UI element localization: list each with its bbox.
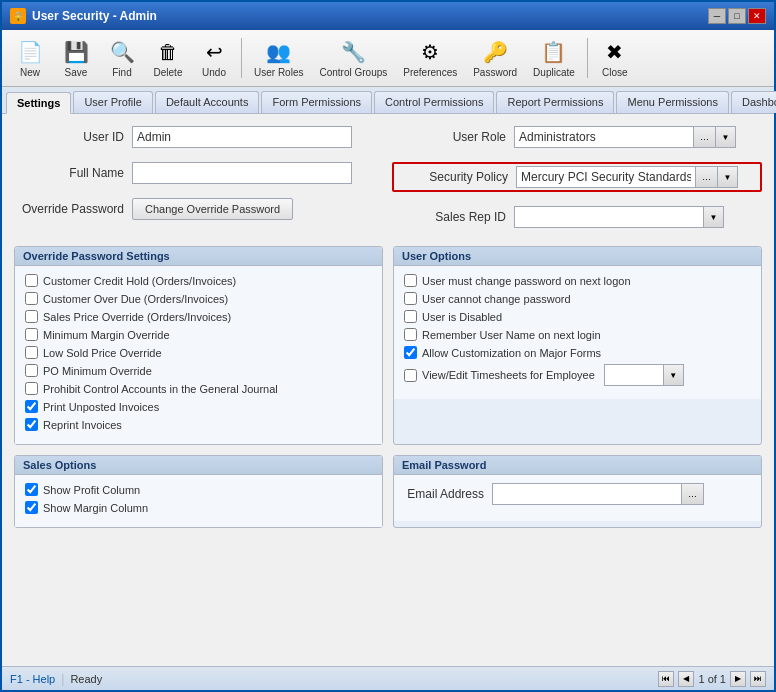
toolbar-password-button[interactable]: 🔑 Password: [466, 34, 524, 82]
sales-price-label: Sales Price Override (Orders/Invoices): [43, 311, 231, 323]
sales-rep-id-field-wrap: ▼: [514, 206, 724, 228]
timesheets-input[interactable]: [604, 364, 664, 386]
sales-price-checkbox[interactable]: [25, 310, 38, 323]
change-pwd-next-label: User must change password on next logon: [422, 275, 631, 287]
user-id-label: User ID: [14, 130, 124, 144]
security-policy-input[interactable]: [516, 166, 696, 188]
nav-prev-button[interactable]: ◀: [678, 671, 694, 687]
content-area: User ID Full Name Override Password Chan…: [2, 114, 774, 666]
email-address-label: Email Address: [404, 487, 484, 501]
new-label: New: [20, 67, 40, 78]
reprint-invoices-label: Reprint Invoices: [43, 419, 122, 431]
tab-default-accounts[interactable]: Default Accounts: [155, 91, 260, 113]
show-margin-checkbox[interactable]: [25, 501, 38, 514]
sales-rep-id-dropdown-button[interactable]: ▼: [704, 206, 724, 228]
print-unposted-checkbox[interactable]: [25, 400, 38, 413]
user-options-panel-content: User must change password on next logon …: [394, 266, 761, 399]
tab-report-permissions[interactable]: Report Permissions: [496, 91, 614, 113]
tab-settings[interactable]: Settings: [6, 92, 71, 114]
timesheets-dropdown-button[interactable]: ▼: [664, 364, 684, 386]
toolbar-close-button[interactable]: ✖ Close: [593, 34, 637, 82]
security-policy-browse-button[interactable]: …: [696, 166, 718, 188]
title-controls: ─ □ ✕: [708, 8, 766, 24]
find-icon: 🔍: [108, 38, 136, 66]
sales-rep-id-input[interactable]: [514, 206, 704, 228]
email-address-row: Email Address …: [404, 483, 751, 505]
toolbar: 📄 New 💾 Save 🔍 Find 🗑 Delete ↩ Undo 👥 Us…: [2, 30, 774, 87]
allow-customization-checkbox[interactable]: [404, 346, 417, 359]
toolbar-user-roles-button[interactable]: 👥 User Roles: [247, 34, 310, 82]
security-policy-label: Security Policy: [398, 170, 508, 184]
po-minimum-checkbox[interactable]: [25, 364, 38, 377]
window-close-button[interactable]: ✕: [748, 8, 766, 24]
checkbox-po-minimum: PO Minimum Override: [25, 364, 372, 377]
email-address-input[interactable]: [492, 483, 682, 505]
timesheets-dropdown-wrap: ▼: [604, 364, 684, 386]
cannot-change-pwd-checkbox[interactable]: [404, 292, 417, 305]
help-link[interactable]: F1 - Help: [10, 673, 55, 685]
po-minimum-label: PO Minimum Override: [43, 365, 152, 377]
nav-next-button[interactable]: ▶: [730, 671, 746, 687]
prohibit-control-label: Prohibit Control Accounts in the General…: [43, 383, 278, 395]
find-label: Find: [112, 67, 131, 78]
email-address-browse-button[interactable]: …: [682, 483, 704, 505]
remember-username-checkbox[interactable]: [404, 328, 417, 341]
prohibit-control-checkbox[interactable]: [25, 382, 38, 395]
min-margin-checkbox[interactable]: [25, 328, 38, 341]
user-role-input[interactable]: [514, 126, 694, 148]
view-timesheets-label: View/Edit Timesheets for Employee: [422, 369, 595, 381]
tab-user-profile[interactable]: User Profile: [73, 91, 152, 113]
show-profit-checkbox[interactable]: [25, 483, 38, 496]
credit-hold-checkbox[interactable]: [25, 274, 38, 287]
sales-options-panel-header: Sales Options: [15, 456, 382, 475]
toolbar-duplicate-button[interactable]: 📋 Duplicate: [526, 34, 582, 82]
change-pwd-next-checkbox[interactable]: [404, 274, 417, 287]
low-sold-label: Low Sold Price Override: [43, 347, 162, 359]
app-icon: 🔒: [10, 8, 26, 24]
over-due-checkbox[interactable]: [25, 292, 38, 305]
user-role-browse-button[interactable]: …: [694, 126, 716, 148]
security-policy-field-wrap: … ▼: [516, 166, 738, 188]
security-policy-dropdown-button[interactable]: ▼: [718, 166, 738, 188]
override-password-row: Override Password Change Override Passwo…: [14, 198, 380, 220]
checkbox-cannot-change-pwd: User cannot change password: [404, 292, 751, 305]
tab-form-permissions[interactable]: Form Permissions: [261, 91, 372, 113]
full-name-input[interactable]: [132, 162, 352, 184]
tab-control-permissions[interactable]: Control Permissions: [374, 91, 494, 113]
password-icon: 🔑: [481, 38, 509, 66]
toolbar-preferences-button[interactable]: ⚙ Preferences: [396, 34, 464, 82]
toolbar-save-button[interactable]: 💾 Save: [54, 34, 98, 82]
minimize-button[interactable]: ─: [708, 8, 726, 24]
full-name-row: Full Name: [14, 162, 380, 184]
email-password-panel-header: Email Password: [394, 456, 761, 475]
checkbox-user-disabled: User is Disabled: [404, 310, 751, 323]
checkbox-show-profit: Show Profit Column: [25, 483, 372, 496]
user-role-dropdown-button[interactable]: ▼: [716, 126, 736, 148]
sales-options-panel-content: Show Profit Column Show Margin Column: [15, 475, 382, 527]
toolbar-delete-button[interactable]: 🗑 Delete: [146, 34, 190, 82]
title-bar-left: 🔒 User Security - Admin: [10, 8, 157, 24]
title-bar: 🔒 User Security - Admin ─ □ ✕: [2, 2, 774, 30]
reprint-invoices-checkbox[interactable]: [25, 418, 38, 431]
checkbox-credit-hold: Customer Credit Hold (Orders/Invoices): [25, 274, 372, 287]
toolbar-find-button[interactable]: 🔍 Find: [100, 34, 144, 82]
tab-dashboard-permissions[interactable]: Dashboard Permissions: [731, 91, 776, 113]
user-disabled-checkbox[interactable]: [404, 310, 417, 323]
nav-first-button[interactable]: ⏮: [658, 671, 674, 687]
maximize-button[interactable]: □: [728, 8, 746, 24]
user-disabled-label: User is Disabled: [422, 311, 502, 323]
tab-menu-permissions[interactable]: Menu Permissions: [616, 91, 728, 113]
user-id-row: User ID: [14, 126, 380, 148]
toolbar-new-button[interactable]: 📄 New: [8, 34, 52, 82]
low-sold-checkbox[interactable]: [25, 346, 38, 359]
toolbar-control-groups-button[interactable]: 🔧 Control Groups: [312, 34, 394, 82]
duplicate-icon: 📋: [540, 38, 568, 66]
email-address-field-wrap: …: [492, 483, 704, 505]
remember-username-label: Remember User Name on next login: [422, 329, 601, 341]
change-override-password-button[interactable]: Change Override Password: [132, 198, 293, 220]
user-id-input[interactable]: [132, 126, 352, 148]
duplicate-label: Duplicate: [533, 67, 575, 78]
view-timesheets-checkbox[interactable]: [404, 369, 417, 382]
toolbar-undo-button[interactable]: ↩ Undo: [192, 34, 236, 82]
nav-last-button[interactable]: ⏭: [750, 671, 766, 687]
